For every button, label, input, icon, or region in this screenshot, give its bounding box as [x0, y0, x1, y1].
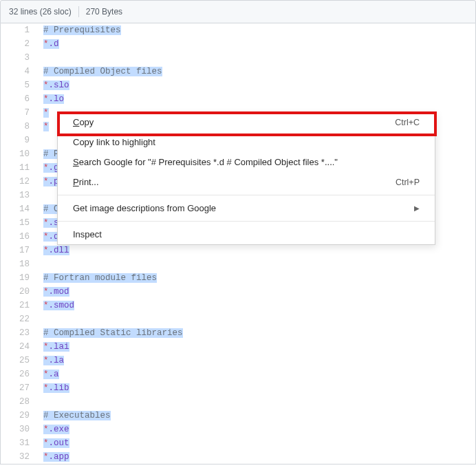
code-line[interactable]: 25*.la [1, 354, 475, 367]
line-number[interactable]: 27 [1, 381, 36, 395]
menu-search-label: Search Google for "# Prerequisites *.d #… [73, 157, 338, 167]
line-number[interactable]: 3 [1, 51, 36, 65]
line-number[interactable]: 25 [1, 354, 36, 367]
line-number[interactable]: 15 [1, 216, 36, 230]
line-source[interactable]: # Compiled Static libraries [36, 326, 475, 340]
line-source[interactable]: *.out [36, 436, 475, 450]
line-number[interactable]: 30 [1, 423, 36, 436]
line-source[interactable]: *.app [36, 450, 475, 464]
menu-image-descriptions[interactable]: Get image descriptions from Google ▶ [58, 198, 435, 218]
line-number[interactable]: 31 [1, 436, 36, 450]
separator [78, 6, 79, 17]
line-number[interactable]: 8 [1, 120, 36, 133]
menu-print[interactable]: Print... Ctrl+P [58, 172, 435, 192]
context-menu: Copy Ctrl+C Copy link to highlight Searc… [57, 111, 435, 245]
line-number[interactable]: 18 [1, 257, 36, 271]
line-source[interactable] [36, 257, 475, 271]
line-number[interactable]: 7 [1, 106, 36, 120]
code-line[interactable]: 2*.d [1, 37, 475, 51]
code-line[interactable]: 21*.smod [1, 299, 475, 312]
line-source[interactable]: # Compiled Object files [36, 65, 475, 78]
file-bytes: 270 Bytes [86, 7, 122, 17]
line-number[interactable]: 2 [1, 37, 36, 51]
code-line[interactable]: 28 [1, 395, 475, 409]
menu-print-label: Print... [73, 177, 99, 187]
line-source[interactable]: *.lai [36, 340, 475, 354]
menu-copy-link-to-highlight[interactable]: Copy link to highlight [58, 132, 435, 152]
line-number[interactable]: 20 [1, 285, 36, 299]
submenu-arrow-icon: ▶ [414, 204, 420, 212]
menu-separator [58, 195, 435, 195]
code-line[interactable]: 32*.app [1, 450, 475, 464]
line-source[interactable]: *.slo [36, 78, 475, 92]
code-line[interactable]: 17*.dll [1, 244, 475, 257]
line-source[interactable]: *.dll [36, 244, 475, 257]
menu-copy-label: Copy [73, 117, 94, 127]
code-line[interactable]: 27*.lib [1, 381, 475, 395]
line-source[interactable]: *.a [36, 367, 475, 381]
code-line[interactable]: 5*.slo [1, 78, 475, 92]
line-number[interactable]: 10 [1, 147, 36, 161]
line-number[interactable]: 32 [1, 450, 36, 464]
code-line[interactable]: 30*.exe [1, 423, 475, 436]
line-source[interactable] [36, 312, 475, 326]
menu-print-shortcut: Ctrl+P [396, 178, 420, 187]
line-number[interactable]: 14 [1, 202, 36, 216]
line-source[interactable]: *.la [36, 354, 475, 367]
code-line[interactable]: 29# Executables [1, 409, 475, 423]
line-number[interactable]: 17 [1, 244, 36, 257]
line-number[interactable]: 28 [1, 395, 36, 409]
code-line[interactable]: 19# Fortran module files [1, 271, 475, 285]
menu-copy[interactable]: Copy Ctrl+C [58, 112, 435, 132]
line-number[interactable]: 6 [1, 92, 36, 106]
line-source[interactable]: *.lib [36, 381, 475, 395]
menu-search-google[interactable]: Search Google for "# Prerequisites *.d #… [58, 152, 435, 172]
code-line[interactable]: 24*.lai [1, 340, 475, 354]
line-source[interactable] [36, 51, 475, 65]
line-number[interactable]: 9 [1, 133, 36, 147]
code-container: 1# Prerequisites2*.d34# Compiled Object … [0, 23, 476, 464]
line-number[interactable]: 26 [1, 367, 36, 381]
line-source[interactable]: *.mod [36, 285, 475, 299]
line-source[interactable]: # Executables [36, 409, 475, 423]
code-line[interactable]: 3 [1, 51, 475, 65]
line-source[interactable]: *.smod [36, 299, 475, 312]
line-number[interactable]: 24 [1, 340, 36, 354]
file-lines: 32 lines (26 sloc) [9, 7, 72, 17]
line-number[interactable]: 11 [1, 161, 36, 175]
code-line[interactable]: 31*.out [1, 436, 475, 450]
menu-copylink-label: Copy link to highlight [73, 137, 155, 147]
menu-imgdesc-label: Get image descriptions from Google [73, 203, 216, 213]
line-source[interactable] [36, 395, 475, 409]
menu-separator [58, 221, 435, 222]
code-line[interactable]: 18 [1, 257, 475, 271]
menu-copy-shortcut: Ctrl+C [395, 118, 420, 127]
menu-inspect[interactable]: Inspect [58, 224, 435, 244]
line-source[interactable]: # Prerequisites [36, 23, 475, 37]
line-number[interactable]: 5 [1, 78, 36, 92]
line-number[interactable]: 29 [1, 409, 36, 423]
line-number[interactable]: 4 [1, 65, 36, 78]
line-source[interactable]: *.exe [36, 423, 475, 436]
code-line[interactable]: 26*.a [1, 367, 475, 381]
code-line[interactable]: 20*.mod [1, 285, 475, 299]
code-line[interactable]: 22 [1, 312, 475, 326]
line-number[interactable]: 19 [1, 271, 36, 285]
line-source[interactable]: *.lo [36, 92, 475, 106]
code-line[interactable]: 23# Compiled Static libraries [1, 326, 475, 340]
line-number[interactable]: 23 [1, 326, 36, 340]
line-number[interactable]: 13 [1, 189, 36, 202]
line-number[interactable]: 22 [1, 312, 36, 326]
line-number[interactable]: 21 [1, 299, 36, 312]
line-source[interactable]: *.d [36, 37, 475, 51]
code-line[interactable]: 6*.lo [1, 92, 475, 106]
line-number[interactable]: 16 [1, 230, 36, 244]
line-number[interactable]: 12 [1, 175, 36, 189]
code-line[interactable]: 4# Compiled Object files [1, 65, 475, 78]
menu-inspect-label: Inspect [73, 229, 102, 239]
code-line[interactable]: 1# Prerequisites [1, 23, 475, 37]
line-source[interactable]: # Fortran module files [36, 271, 475, 285]
line-number[interactable]: 1 [1, 23, 36, 37]
file-header: 32 lines (26 sloc) 270 Bytes [0, 0, 476, 23]
